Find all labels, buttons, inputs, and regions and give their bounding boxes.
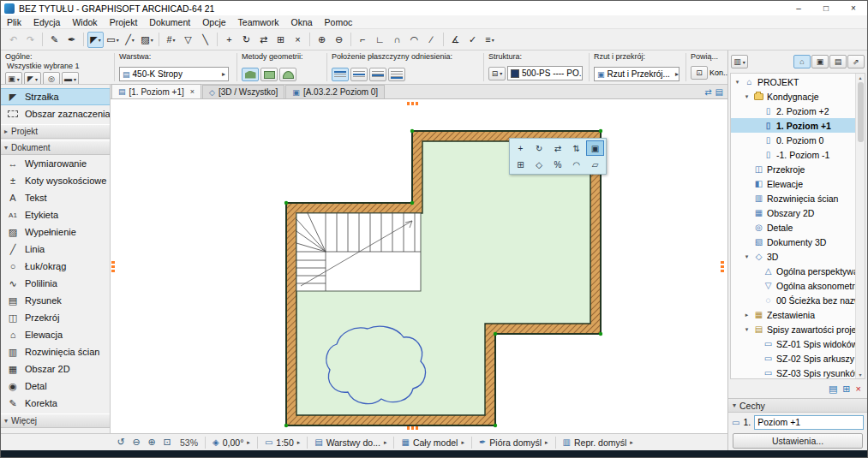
pen-set-control[interactable]: ✒Pióra domyśl▸	[474, 437, 554, 448]
polygon-geometry-button[interactable]	[242, 68, 259, 81]
tool-detal[interactable]: ◉Detal	[1, 378, 110, 395]
toolbox-section-dokument[interactable]: ▾Dokument	[1, 140, 110, 155]
measure-button[interactable]: ∡	[447, 32, 464, 48]
layer-combo[interactable]: ▤ 450-K Stropy	[119, 67, 229, 81]
close-button[interactable]: ×	[840, 1, 867, 15]
project-chooser-button[interactable]: ▥	[731, 55, 748, 68]
tree-item-00-ścieżka-bez-nazwy[interactable]: ◌00 Ścieżka bez nazwy	[731, 293, 855, 307]
menu-widok[interactable]: Widok	[66, 15, 103, 28]
arrow-method-button[interactable]: ◤▾	[24, 72, 41, 84]
fit-in-window-button[interactable]: ⊡	[159, 435, 175, 450]
core-bottom-reference-button[interactable]	[369, 68, 386, 81]
tool-wymiarowanie[interactable]: ↔Wymiarowanie	[1, 155, 110, 172]
inject-parameters-button[interactable]: ✒	[63, 32, 80, 48]
tree-item-ogólna-perspektywa[interactable]: △Ogólna perspektywa	[731, 264, 855, 278]
trim-button[interactable]: ⌐	[355, 32, 371, 48]
delete-viewpoint-button[interactable]: ×	[856, 384, 861, 394]
composite-structure-button[interactable]: ⊟▾	[488, 67, 506, 80]
tab-1-poziom-1[interactable]: ▤[1. Poziom +1]	[111, 84, 201, 98]
tool-elewacja[interactable]: ⌂Elewacja	[1, 326, 110, 343]
tab-a-03-2-2-poziom-0[interactable]: ▣[A.03.2.2 Poziom 0]	[285, 85, 385, 98]
menu-teamwork[interactable]: Teamwork	[232, 15, 285, 28]
structure-combo[interactable]: 500-PS ---- PO...	[507, 66, 583, 80]
zoom-in-button[interactable]: ⊕	[144, 435, 159, 450]
menu-dokument[interactable]: Dokument	[143, 15, 196, 28]
zoom-in-button[interactable]: ⊕	[314, 32, 330, 48]
tree-item-projekt[interactable]: ▾⌂PROJEKT	[731, 74, 855, 89]
tree-item-obszary-2d[interactable]: ▦Obszary 2D	[731, 205, 855, 220]
tool-łuk-okrąg[interactable]: ○Łuk/okrąg	[1, 258, 110, 275]
collapse-icon[interactable]: ▾	[743, 253, 751, 260]
tool-tekst[interactable]: ATekst	[1, 189, 110, 206]
tree-item-sz-01-spis-widoków[interactable]: ▭SZ-01 Spis widoków	[731, 336, 855, 351]
minimize-button[interactable]: –	[785, 1, 812, 15]
toolbox-section-więcej[interactable]: ▾Więcej	[1, 413, 110, 428]
top-reference-button[interactable]	[332, 68, 349, 81]
adjust-button[interactable]: ∟	[372, 32, 388, 48]
scrollbar-track[interactable]	[858, 80, 864, 372]
pet-curve-edge-button[interactable]: ◠	[567, 157, 585, 172]
tool-polilinia[interactable]: ∿Polilinia	[1, 275, 110, 292]
menu-opcje[interactable]: Opcje	[196, 15, 231, 28]
layout-book-button[interactable]: ▤	[829, 55, 847, 68]
zoom-out-button[interactable]: ⊖	[331, 32, 347, 48]
pet-move-button[interactable]: +	[512, 140, 530, 156]
arrow-tool-button[interactable]: ◤▾	[87, 32, 104, 48]
story-name-input[interactable]	[754, 415, 864, 430]
menu-plik[interactable]: Plik	[1, 15, 27, 28]
properties-header[interactable]: ▾ Cechy	[728, 398, 867, 413]
publisher-button[interactable]: ⇗	[847, 55, 865, 68]
gravity-button[interactable]: ▽	[180, 32, 196, 48]
pet-rotate-button[interactable]: ↻	[530, 140, 548, 156]
tree-item-ogólna-aksonometria[interactable]: ▽Ogólna aksonometria	[731, 278, 855, 293]
fillet-button[interactable]: ◠	[406, 32, 422, 48]
graphic-override-control[interactable]: ▥Repr. domyśl▸	[558, 437, 638, 448]
menu-pomoc[interactable]: Pomoc	[319, 15, 359, 28]
tree-item-kondygnacje[interactable]: ▾Kondygnacje	[731, 89, 855, 104]
tree-item-sz-03-spis-rysunków[interactable]: ▭SZ-03 Spis rysunków	[731, 366, 855, 378]
link-button[interactable]: ⊡	[691, 66, 708, 80]
tool-obszar-2d[interactable]: ▦Obszar 2D	[1, 360, 110, 378]
navigator-scrollbar[interactable]	[855, 74, 865, 378]
tab-overview-icon[interactable]: ▤	[715, 87, 723, 97]
options-button[interactable]: ≡▾	[482, 32, 498, 48]
collapse-icon[interactable]: ▾	[743, 93, 751, 100]
tree-item-0-poziom-0[interactable]: ▯0. Poziom 0	[731, 133, 855, 147]
zoom-out-button[interactable]: ⊖	[129, 435, 144, 450]
navigate-back-button[interactable]: ↺	[113, 435, 129, 450]
tab-switcher-icon[interactable]: ⇄	[704, 87, 711, 97]
tree-item-rozwinięcia-ścian[interactable]: ▥Rozwinięcia ścian	[731, 191, 855, 205]
model-filter-control[interactable]: ▦Cały model▸	[396, 437, 470, 448]
menu-okna[interactable]: Okna	[284, 15, 318, 28]
tree-item-elewacje[interactable]: ◧Elewacje	[731, 176, 855, 191]
scroll-down-icon[interactable]	[859, 372, 861, 378]
tool-strzałka[interactable]: ◤Strzałka	[1, 88, 110, 105]
scroll-up-icon[interactable]	[859, 74, 861, 80]
tree-item-2-poziom-2[interactable]: ▯2. Poziom +2	[731, 104, 855, 118]
scale-control[interactable]: ▭1:50▸	[260, 437, 305, 448]
guide-lines-button[interactable]: ╲	[197, 32, 213, 48]
collapse-icon[interactable]: ▾	[733, 79, 741, 86]
tab-3d-wszystko[interactable]: ◇[3D / Wszystko]	[202, 85, 284, 98]
toolbox-section-projekt[interactable]: ▸Projekt	[1, 124, 110, 139]
pet-divide-button[interactable]: %	[549, 157, 567, 172]
viewpoint-settings-button[interactable]: ▤	[829, 384, 837, 395]
pet-elevate-button[interactable]: ⇅	[567, 140, 585, 156]
pet-offset-edge-button[interactable]: ⊞	[512, 157, 530, 172]
pet-boundary-button[interactable]: ▱	[586, 157, 604, 172]
pet-drag-copy-button[interactable]: ▣	[586, 140, 604, 156]
rectangle-geometry-button[interactable]	[260, 68, 278, 81]
element-favorites-button[interactable]: ▬▾	[62, 72, 79, 84]
view-map-button[interactable]: ▣	[811, 55, 829, 68]
fill-tool-button[interactable]: ▨▾	[139, 32, 155, 48]
tool-korekta[interactable]: ✎Korekta	[1, 395, 110, 412]
new-viewpoint-button[interactable]: ⊞	[842, 384, 850, 395]
pick-up-parameters-button[interactable]: ✎	[46, 32, 63, 48]
core-top-reference-button[interactable]	[350, 68, 368, 81]
tree-item-3d[interactable]: ▾◇3D	[731, 249, 855, 264]
tree-item-dokumenty-3d[interactable]: ▧Dokumenty 3D	[731, 235, 855, 249]
drawing-canvas[interactable]: +↻⇄⇅▣⊞◇%◠▱	[111, 99, 727, 433]
tree-item-detale[interactable]: ◎Detale	[731, 220, 855, 235]
marquee-tool-button[interactable]: ▭▾	[105, 32, 121, 48]
tool-linia[interactable]: ╱Linia	[1, 241, 110, 258]
